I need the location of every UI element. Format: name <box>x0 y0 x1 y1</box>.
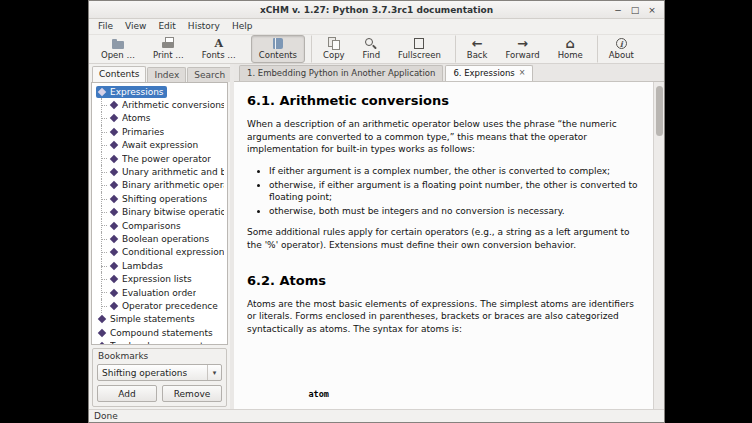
remove-bookmark-button[interactable]: Remove <box>162 385 222 402</box>
tree-item[interactable]: Binary arithmetic operations <box>93 179 227 192</box>
sidebar-tab[interactable]: Index <box>147 67 186 82</box>
tree-item-inner: Expressions <box>96 86 167 98</box>
tree-item-label: Comparisons <box>122 221 181 231</box>
tree-item-inner: Conditional expressions <box>108 246 227 258</box>
tree-item[interactable]: Comparisons <box>93 219 227 232</box>
close-tab-icon[interactable]: × <box>519 69 526 77</box>
add-bookmark-button[interactable]: Add <box>97 385 157 402</box>
forward-arrow-icon <box>516 37 530 50</box>
toolbar-button[interactable]: Find <box>355 35 388 62</box>
toolbar: Open … Print … Fonts … Contents Copy <box>89 35 664 64</box>
tree-item[interactable]: Unary arithmetic and bitwise operations <box>93 165 227 178</box>
toolbar-button-label: Forward <box>505 51 539 60</box>
paragraph: When a description of an arithmetic oper… <box>247 118 638 156</box>
tree-item-inner: Simple statements <box>96 313 198 325</box>
bookmark-select[interactable]: Shifting operations <box>97 364 222 381</box>
doc-diamond-icon <box>110 101 118 109</box>
tree-item[interactable]: Shifting operations <box>93 192 227 205</box>
minimize-button[interactable]: − <box>611 3 625 16</box>
bullet-item: If either argument is a complex number, … <box>269 165 638 178</box>
tree-item-inner: Boolean operations <box>108 233 212 245</box>
maximize-button[interactable]: □ <box>628 3 642 16</box>
menu-item[interactable]: Edit <box>152 19 181 34</box>
chevron-down-icon <box>207 365 221 380</box>
scrollbar-thumb[interactable] <box>656 86 663 136</box>
doc-diamond-icon <box>98 315 106 323</box>
toolbar-button-label: Home <box>558 51 583 60</box>
toolbar-button[interactable]: Home <box>550 35 591 62</box>
bookmark-select-value: Shifting operations <box>102 368 187 378</box>
open-folder-icon <box>111 37 125 50</box>
printer-icon <box>161 37 175 50</box>
paragraph: Atoms are the most basic elements of exp… <box>247 298 638 336</box>
window-controls: − □ × <box>611 3 664 16</box>
doc-diamond-icon <box>110 288 118 296</box>
toolbar-button[interactable]: Fonts … <box>194 35 244 62</box>
tree-item[interactable]: Boolean operations <box>93 232 227 245</box>
tab-label: 6. Expressions <box>453 68 514 78</box>
tree-item[interactable]: Evaluation order <box>93 286 227 299</box>
toolbar-button-label: Find <box>363 51 380 60</box>
tree-item[interactable]: Primaries <box>93 125 227 138</box>
doc-diamond-icon <box>110 154 118 162</box>
doc-diamond-icon <box>110 181 118 189</box>
toolbar-button[interactable]: Forward <box>497 35 547 62</box>
toolbar-button[interactable]: Contents <box>251 35 305 62</box>
sidebar-tab[interactable]: Search <box>187 67 232 82</box>
tree-item-inner: Unary arithmetic and bitwise operations <box>108 166 227 178</box>
tab-embedding-python[interactable]: 1. Embedding Python in Another Applicati… <box>239 65 443 81</box>
close-button[interactable]: × <box>645 3 659 16</box>
tree-item[interactable]: Expressions <box>93 85 227 98</box>
toolbar-button[interactable]: Copy <box>311 35 353 62</box>
tree-item[interactable]: Top-level components <box>93 339 227 345</box>
toolbar-button[interactable]: Open … <box>93 35 143 62</box>
tree-item-label: The power operator <box>122 154 211 164</box>
title-bar[interactable]: xCHM v. 1.27: Python 3.7.3rc1 documentat… <box>89 1 664 19</box>
vertical-scrollbar[interactable] <box>653 82 664 409</box>
bookmarks-label: Bookmarks <box>97 350 222 364</box>
tree-item[interactable]: Expression lists <box>93 272 227 285</box>
tree-item-label: Top-level components <box>110 341 208 345</box>
sidebar-tab[interactable]: Contents <box>92 66 146 82</box>
menu-item[interactable]: File <box>92 19 119 34</box>
tree-item[interactable]: Operator precedence <box>93 299 227 312</box>
status-bar: Done <box>89 409 664 422</box>
menu-item[interactable]: History <box>182 19 226 34</box>
tree-item[interactable]: Lambdas <box>93 259 227 272</box>
tree-item-label: Atoms <box>122 113 151 123</box>
bookmarks-panel: Bookmarks Shifting operations Add Remove <box>92 348 227 407</box>
tab-label: 1. Embedding Python in Another Applicati… <box>247 68 435 78</box>
bookmark-buttons: Add Remove <box>97 385 222 402</box>
tree-item[interactable]: Conditional expressions <box>93 246 227 259</box>
menu-item[interactable]: View <box>119 19 152 34</box>
bullet-item: otherwise, if either argument is a float… <box>269 179 638 204</box>
grammar-segment: atom <box>308 389 359 399</box>
paragraph: Some additional rules apply for certain … <box>247 226 638 251</box>
tree-item-inner: Shifting operations <box>108 193 210 205</box>
menu-item[interactable]: Help <box>226 19 259 34</box>
tree-item[interactable]: Simple statements <box>93 313 227 326</box>
doc-diamond-icon <box>110 262 118 270</box>
tree-item[interactable]: Compound statements <box>93 326 227 339</box>
doc-diamond-icon <box>98 87 106 95</box>
toolbar-button[interactable]: Print … <box>145 35 192 62</box>
tree-item[interactable]: Binary bitwise operations <box>93 206 227 219</box>
tab-expressions[interactable]: 6. Expressions × <box>445 65 533 81</box>
toolbar-button-label: Print … <box>153 51 184 60</box>
tree-item-inner: Await expression <box>108 139 201 151</box>
tree-item[interactable]: Arithmetic conversions <box>93 98 227 111</box>
tree-item-label: Binary bitwise operations <box>122 207 224 217</box>
tree-item-label: Conditional expressions <box>122 247 224 257</box>
tree-item-label: Unary arithmetic and bitwise operations <box>122 167 224 177</box>
toolbar-button-label: Fonts … <box>202 51 236 60</box>
tree-item[interactable]: The power operator <box>93 152 227 165</box>
doc-diamond-icon <box>110 221 118 229</box>
tree-item[interactable]: Atoms <box>93 112 227 125</box>
doc-diamond-icon <box>98 328 106 336</box>
toolbar-button[interactable]: Back <box>455 35 496 62</box>
toolbar-button[interactable]: Fullscreen <box>390 35 449 62</box>
toolbar-button-label: About <box>609 51 634 60</box>
tree-item[interactable]: Await expression <box>93 139 227 152</box>
toolbar-button[interactable]: About <box>597 35 642 62</box>
toolbar-button-label: Back <box>467 51 488 60</box>
